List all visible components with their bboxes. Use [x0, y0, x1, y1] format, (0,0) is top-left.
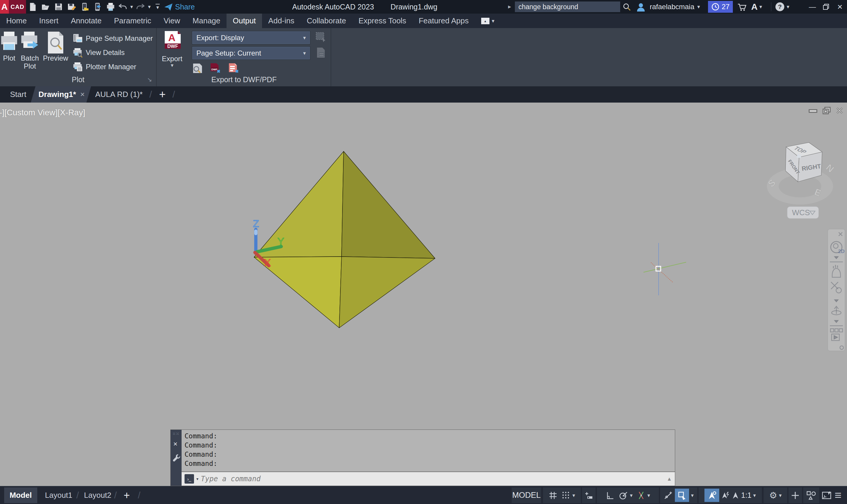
clean-screen-button[interactable] [822, 486, 832, 504]
ortho-mode-toggle[interactable] [606, 491, 615, 500]
tab-parametric[interactable]: Parametric [108, 14, 157, 28]
new-file-button[interactable] [26, 0, 39, 14]
share-label[interactable]: Share [175, 3, 195, 11]
close-button[interactable]: × [834, 0, 846, 14]
minimize-button[interactable]: — [807, 0, 818, 14]
undo-button[interactable] [117, 0, 128, 14]
annotation-scale-value[interactable]: 1:1 [741, 491, 752, 500]
tab-insert[interactable]: Insert [33, 14, 65, 28]
face-lower-right[interactable] [339, 256, 435, 328]
tab-view[interactable]: View [157, 14, 186, 28]
tab-output[interactable]: Output [227, 14, 262, 28]
share-button[interactable] [163, 0, 175, 14]
page-setup-dropdown[interactable]: Page Setup: Current▾ [192, 47, 310, 60]
plot-button[interactable]: Plot [1, 31, 18, 62]
navigation-bar[interactable]: 2D [828, 229, 845, 351]
close-tab-icon[interactable]: × [80, 90, 85, 99]
wcs-dropdown[interactable]: WCS [787, 206, 818, 218]
layout1-tab[interactable]: Layout1 [45, 486, 72, 504]
isodraft-toggle[interactable] [637, 491, 646, 500]
model-tab[interactable]: Model [4, 487, 37, 503]
open-file-button[interactable] [39, 0, 52, 14]
export-button[interactable]: ADWF Export ▾ [161, 31, 183, 68]
customize-wrench-icon[interactable] [172, 453, 180, 462]
export-type-dropdown[interactable]: Export: Display▾ [192, 31, 310, 44]
tab-express-tools[interactable]: Express Tools [352, 14, 412, 28]
ribbon-display-toggle[interactable]: ▴ ▾ [475, 14, 501, 28]
command-input[interactable]: Type a command [201, 475, 664, 483]
search-button[interactable] [622, 2, 632, 13]
chevron-down-icon[interactable]: ▾ [630, 493, 633, 498]
new-layout-button[interactable]: + [124, 486, 130, 504]
undo-dropdown[interactable]: ▾ [128, 0, 135, 14]
recent-commands-icon[interactable]: ▾ [196, 476, 198, 481]
tab-manage[interactable]: Manage [186, 14, 227, 28]
preview-button[interactable]: Preview [42, 31, 69, 62]
save-to-web-button[interactable] [91, 0, 104, 14]
user-avatar[interactable] [636, 2, 646, 13]
osnap-toggle[interactable] [675, 489, 689, 502]
tab-featured-apps[interactable]: Featured Apps [412, 14, 475, 28]
annotation-visibility-toggle[interactable] [704, 489, 719, 502]
drag-grip-icon[interactable]: ⁙⁙ [172, 432, 179, 436]
redo-dropdown[interactable]: ▾ [146, 0, 153, 14]
export-panel-title[interactable]: Export to DWF/PDF [157, 74, 331, 85]
dynamic-input-toggle[interactable] [582, 487, 596, 503]
chevron-down-icon[interactable]: ▾ [647, 493, 650, 498]
open-from-web-button[interactable] [78, 0, 91, 14]
model-space-toggle[interactable]: MODEL [512, 487, 541, 503]
tab-annotate[interactable]: Annotate [65, 14, 108, 28]
command-prompt-icon[interactable]: ›_ [184, 474, 194, 484]
annotation-autoscale-toggle[interactable] [721, 491, 730, 500]
grid-display-toggle[interactable] [549, 491, 558, 500]
snap-mode-toggle[interactable] [562, 491, 570, 500]
autodesk-app-menu[interactable]: A ▾ [751, 0, 762, 14]
doc-tab-start[interactable]: Start [10, 86, 26, 103]
face-upper-left[interactable] [254, 151, 343, 257]
chevron-down-icon[interactable]: ▾ [572, 493, 575, 498]
doc-tab-aula-rd[interactable]: AULA RD (1)* [95, 86, 143, 103]
drawing-viewport[interactable]: [-][Custom View][X-Ray] Z Y X [0, 103, 847, 486]
tab-add-ins[interactable]: Add-ins [262, 14, 300, 28]
chevron-down-icon[interactable]: ▾ [691, 493, 693, 498]
page-setup-manager-button[interactable]: Page Setup Manager [73, 33, 153, 43]
annotation-monitor-toggle[interactable] [789, 487, 802, 503]
search-expand-arrow-icon[interactable]: ▸ [508, 3, 511, 10]
new-drawing-button[interactable]: + [159, 86, 165, 103]
tab-collaborate[interactable]: Collaborate [300, 14, 352, 28]
layout2-tab[interactable]: Layout2 [84, 486, 111, 504]
view-details-button[interactable]: View Details [73, 48, 125, 58]
qat-customize-button[interactable]: ▾ [153, 0, 163, 14]
store-button[interactable] [737, 2, 746, 13]
plot-quick-button[interactable] [104, 0, 117, 14]
dwf-plot-settings-button[interactable]: DWF [210, 62, 222, 74]
search-input[interactable]: change background [515, 1, 620, 12]
close-command-icon[interactable]: × [173, 440, 177, 448]
export-preview-button[interactable] [192, 62, 203, 74]
osnap-tracking-toggle[interactable] [664, 491, 673, 500]
drawing-canvas[interactable]: Z Y X N E S TOP FRONT RIGHT [0, 103, 847, 486]
doc-tab-drawing1[interactable]: Drawing1* × [38, 86, 85, 103]
command-input-row[interactable]: ›_ ▾ Type a command ▲ [181, 472, 675, 486]
restore-button[interactable] [820, 0, 832, 14]
panel-launcher-icon[interactable]: ↘ [147, 76, 152, 83]
trial-countdown-badge[interactable]: 27 [708, 1, 733, 13]
app-menu-button[interactable]: A CAD [0, 0, 26, 14]
plot-panel-title[interactable]: Plot ↘ [0, 74, 156, 85]
pdf-plot-settings-button[interactable] [228, 62, 240, 74]
expand-history-icon[interactable]: ▲ [667, 476, 672, 482]
batch-plot-button[interactable]: BatchPlot [20, 31, 40, 70]
save-button[interactable] [52, 0, 65, 14]
account-menu[interactable]: rafaelabcmaia ▾ [650, 0, 700, 14]
command-history[interactable]: Command: Command: Command: Command: [181, 430, 675, 472]
command-line-dock[interactable]: ⁙⁙ × Command: Command: Command: Command:… [170, 430, 675, 486]
face-upper-right[interactable] [341, 151, 435, 258]
help-menu[interactable]: ? ▾ [775, 0, 789, 14]
command-dock-rail[interactable]: ⁙⁙ × [171, 430, 181, 486]
viewcube[interactable]: N E S TOP FRONT RIGHT [766, 143, 836, 204]
chevron-down-icon[interactable]: ▾ [753, 493, 756, 498]
polar-tracking-toggle[interactable] [619, 491, 628, 500]
customization-menu-button[interactable]: ≡ [834, 486, 841, 504]
workspace-switching[interactable]: ⚙ ▾ [764, 487, 787, 503]
save-as-button[interactable] [65, 0, 78, 14]
